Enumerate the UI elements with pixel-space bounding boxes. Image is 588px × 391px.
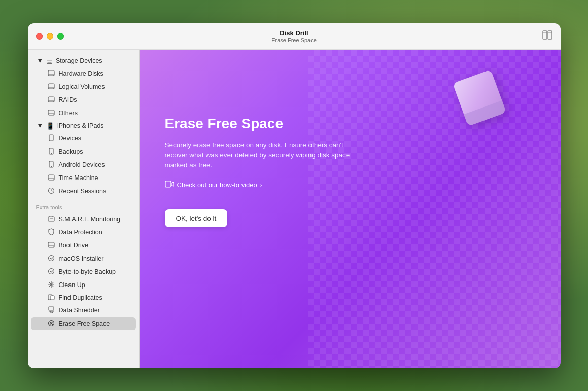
phone-icon: 📱 bbox=[46, 122, 54, 130]
sidebar-item-data-protection[interactable]: Data Protection bbox=[31, 226, 136, 239]
help-icon[interactable] bbox=[542, 30, 552, 42]
macos-icon bbox=[47, 255, 55, 263]
extra-tools-label: Extra tools bbox=[28, 198, 139, 212]
video-link-text: Check out our how-to video bbox=[177, 181, 257, 189]
chevron-down-icon: ▼ bbox=[37, 57, 43, 64]
svg-rect-0 bbox=[543, 31, 547, 39]
svg-point-9 bbox=[53, 88, 54, 89]
titlebar-right bbox=[542, 30, 552, 42]
clean-up-label: Clean Up bbox=[59, 281, 85, 289]
sidebar-item-data-shredder[interactable]: Data Shredder bbox=[31, 304, 136, 317]
disk-icon bbox=[47, 69, 55, 78]
raids-label: RAIDs bbox=[59, 96, 77, 103]
logical-vol-icon bbox=[47, 83, 55, 91]
svg-point-12 bbox=[53, 101, 54, 102]
erase-icon bbox=[47, 319, 55, 328]
video-link[interactable]: Check out our how-to video › bbox=[165, 181, 535, 189]
byte-backup-label: Byte-to-byte Backup bbox=[59, 268, 116, 275]
sidebar-item-hardware-disks[interactable]: Hardware Disks bbox=[31, 67, 136, 80]
sidebar-item-android[interactable]: Android Devices bbox=[31, 159, 136, 171]
main-text-block: Erase Free Space Securely erase free spa… bbox=[165, 116, 535, 228]
cta-button[interactable]: OK, let's do it bbox=[165, 209, 228, 227]
svg-line-44 bbox=[50, 311, 51, 313]
svg-rect-49 bbox=[165, 181, 171, 187]
logical-volumes-label: Logical Volumes bbox=[59, 83, 105, 90]
device-icon bbox=[47, 134, 55, 143]
boot-drive-label: Boot Drive bbox=[59, 242, 88, 249]
main-description: Securely erase free space on any disk. E… bbox=[165, 140, 358, 171]
svg-rect-41 bbox=[49, 307, 54, 310]
sidebar-item-recent-sessions[interactable]: Recent Sessions bbox=[31, 185, 136, 198]
main-content: Erase Free Space Securely erase free spa… bbox=[140, 50, 561, 368]
svg-point-33 bbox=[48, 255, 54, 261]
svg-point-24 bbox=[53, 179, 54, 180]
arrow-icon: › bbox=[260, 182, 262, 188]
close-button[interactable] bbox=[36, 33, 43, 40]
backup-icon bbox=[47, 148, 55, 156]
video-icon bbox=[165, 181, 174, 189]
sidebar-item-iphones-ipads[interactable]: ▼ 📱 iPhones & iPads bbox=[31, 120, 136, 132]
recent-sessions-icon bbox=[47, 187, 55, 196]
minimize-button[interactable] bbox=[47, 33, 53, 40]
chevron-down-icon-2: ▼ bbox=[37, 122, 43, 129]
iphones-ipads-label: iPhones & iPads bbox=[57, 122, 104, 129]
find-duplicates-label: Find Duplicates bbox=[59, 294, 102, 301]
data-protection-label: Data Protection bbox=[59, 229, 102, 236]
sidebar-item-others[interactable]: Others bbox=[31, 107, 136, 120]
sidebar-item-devices[interactable]: Devices bbox=[31, 132, 136, 145]
others-label: Others bbox=[59, 110, 78, 117]
sidebar-item-byte-backup[interactable]: Byte-to-byte Backup bbox=[31, 266, 136, 278]
erase-free-space-label: Erase Free Space bbox=[59, 320, 110, 327]
titlebar-text: Disk Drill Erase Free Space bbox=[271, 29, 317, 43]
devices-label: Devices bbox=[59, 135, 81, 142]
sidebar-item-find-duplicates[interactable]: Find Duplicates bbox=[31, 292, 136, 304]
sidebar-item-smart-monitoring[interactable]: S.M.A.R.T. Monitoring bbox=[31, 213, 136, 226]
smart-icon bbox=[47, 215, 55, 224]
content-area: ▼ 🖴 Storage Devices Hardware Disks Logic… bbox=[28, 50, 561, 368]
time-machine-label: Time Machine bbox=[59, 174, 98, 182]
svg-point-32 bbox=[53, 246, 54, 247]
window-subtitle: Erase Free Space bbox=[271, 37, 317, 43]
android-icon bbox=[47, 161, 55, 169]
main-title: Erase Free Space bbox=[165, 116, 535, 132]
sidebar-item-macos-installer[interactable]: macOS Installer bbox=[31, 253, 136, 265]
hardware-disks-label: Hardware Disks bbox=[59, 70, 103, 77]
duplicates-icon bbox=[47, 294, 55, 302]
svg-line-45 bbox=[52, 311, 53, 313]
sidebar-item-backups[interactable]: Backups bbox=[31, 146, 136, 158]
app-name: Disk Drill bbox=[271, 29, 317, 37]
traffic-lights bbox=[36, 33, 64, 40]
android-devices-label: Android Devices bbox=[59, 161, 105, 168]
data-shredder-label: Data Shredder bbox=[59, 307, 100, 314]
sidebar-item-erase-free-space[interactable]: Erase Free Space bbox=[31, 317, 136, 330]
sidebar: ▼ 🖴 Storage Devices Hardware Disks Logic… bbox=[28, 50, 140, 368]
time-machine-icon bbox=[47, 174, 55, 183]
sidebar-item-time-machine[interactable]: Time Machine bbox=[31, 172, 136, 185]
titlebar: Disk Drill Erase Free Space bbox=[28, 23, 561, 50]
svg-point-34 bbox=[48, 268, 54, 274]
svg-rect-40 bbox=[50, 296, 54, 300]
storage-icon: 🖴 bbox=[46, 57, 53, 65]
backups-label: Backups bbox=[59, 148, 83, 155]
svg-point-6 bbox=[53, 75, 54, 76]
app-window: Disk Drill Erase Free Space ▼ 🖴 Storage … bbox=[28, 23, 561, 368]
byte-backup-icon bbox=[47, 268, 55, 276]
sidebar-item-logical-volumes[interactable]: Logical Volumes bbox=[31, 81, 136, 93]
maximize-button[interactable] bbox=[57, 33, 64, 40]
raid-icon bbox=[47, 96, 55, 104]
svg-rect-1 bbox=[548, 31, 552, 39]
sidebar-item-storage-devices[interactable]: ▼ 🖴 Storage Devices bbox=[31, 55, 136, 67]
others-icon bbox=[47, 109, 55, 118]
svg-point-15 bbox=[53, 114, 54, 115]
recent-sessions-label: Recent Sessions bbox=[59, 188, 107, 195]
sidebar-item-clean-up[interactable]: Clean Up bbox=[31, 279, 136, 292]
storage-devices-label: Storage Devices bbox=[56, 57, 102, 64]
sidebar-item-boot-drive[interactable]: Boot Drive bbox=[31, 239, 136, 252]
shredder-icon bbox=[47, 306, 55, 315]
cleanup-icon bbox=[47, 281, 55, 290]
boot-drive-icon bbox=[47, 241, 55, 250]
shield-icon bbox=[47, 228, 55, 237]
sidebar-item-raids[interactable]: RAIDs bbox=[31, 94, 136, 106]
smart-monitoring-label: S.M.A.R.T. Monitoring bbox=[59, 216, 121, 223]
macos-installer-label: macOS Installer bbox=[59, 255, 104, 262]
